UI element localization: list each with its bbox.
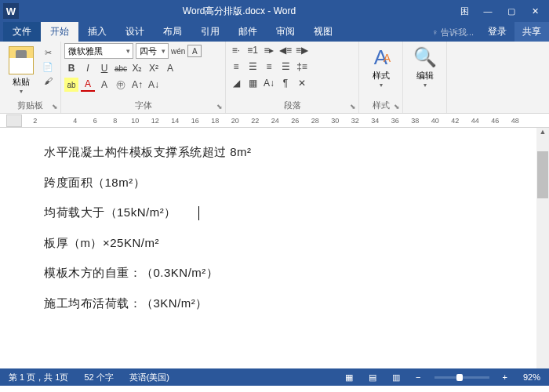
horizontal-ruler[interactable]: 2468101214161820222426283032343638404244… xyxy=(0,114,549,128)
borders-button[interactable]: ▦ xyxy=(245,76,260,90)
styles-button[interactable]: AA xyxy=(368,45,394,70)
sort-button[interactable]: A↓ xyxy=(262,76,276,90)
grow-font-button[interactable]: A↑ xyxy=(130,78,144,92)
tab-file[interactable]: 文件 xyxy=(3,22,41,42)
login-button[interactable]: 登录 xyxy=(480,22,514,42)
document-area[interactable]: 水平混凝土构件模板支撑系统超过 8m² 跨度面积（18m²） 均荷载大于（15k… xyxy=(0,128,549,368)
shrink-font-button[interactable]: A↓ xyxy=(147,78,161,92)
highlight-button[interactable]: ab xyxy=(64,78,78,92)
font-dialog-icon[interactable]: ⬊ xyxy=(216,103,223,111)
paragraph[interactable]: 板厚（m）×25KN/m² xyxy=(44,234,505,252)
ribbon: 粘贴 ▾ ✂ 📄 🖌 剪贴板 ⬊ 微软雅黑 四号 wén A B I U abc… xyxy=(0,42,549,114)
page-indicator[interactable]: 第 1 页，共 1页 xyxy=(6,372,71,383)
font-name-select[interactable]: 微软雅黑 xyxy=(64,43,133,59)
scroll-thumb[interactable] xyxy=(537,151,548,198)
shading-button[interactable]: ◢ xyxy=(229,76,243,90)
tab-view[interactable]: 视图 xyxy=(304,22,342,42)
zoom-out-button[interactable]: − xyxy=(413,372,423,382)
justify-button[interactable]: ☰ xyxy=(278,60,293,74)
paragraph[interactable]: 模板木方的自重：（0.3KN/m²） xyxy=(44,264,505,282)
status-bar: 第 1 页，共 1页 52 个字 英语(美国) ▦ ▤ ▥ − + 92% xyxy=(0,368,549,386)
text-cursor xyxy=(198,206,199,220)
superscript-button[interactable]: X² xyxy=(147,61,161,75)
increase-indent-button[interactable]: ≡▶ xyxy=(295,43,309,57)
zoom-in-button[interactable]: + xyxy=(500,372,510,382)
phonetic-guide-button[interactable]: wén xyxy=(171,44,185,58)
paste-button[interactable]: 粘贴 ▾ xyxy=(3,43,38,95)
document-title: Word高分排版.docx - Word xyxy=(25,5,453,18)
title-bar: W Word高分排版.docx - Word 困 — ▢ ✕ xyxy=(0,0,549,22)
vertical-scrollbar[interactable]: ▲ xyxy=(536,128,549,368)
tab-mailings[interactable]: 邮件 xyxy=(229,22,267,42)
italic-button[interactable]: I xyxy=(81,61,95,75)
word-icon: W xyxy=(3,3,19,19)
styles-dialog-icon[interactable]: ⬊ xyxy=(394,103,400,111)
paragraph-dialog-icon[interactable]: ⬊ xyxy=(350,103,356,111)
language-indicator[interactable]: 英语(美国) xyxy=(127,372,172,383)
align-center-button[interactable]: ☰ xyxy=(245,60,260,74)
maximize-button[interactable]: ▢ xyxy=(500,3,522,19)
show-marks-button[interactable]: ¶ xyxy=(278,76,293,90)
multilevel-button[interactable]: ≡▸ xyxy=(262,43,276,57)
font-group: 微软雅黑 四号 wén A B I U abc X₂ X² A ab A A ㊥… xyxy=(61,42,226,113)
ruler-corner xyxy=(6,114,22,127)
group-label: 段落 xyxy=(226,100,358,111)
paste-icon xyxy=(9,46,34,74)
paragraph[interactable]: 施工均布活荷载：（3KN/m²） xyxy=(44,295,505,313)
tell-me-input[interactable]: ♀ 告诉我... xyxy=(426,24,480,42)
asian-layout-button[interactable]: ✕ xyxy=(295,76,309,90)
numbering-button[interactable]: ≡1 xyxy=(245,43,260,57)
ribbon-options-icon[interactable]: 困 xyxy=(453,3,475,19)
bold-button[interactable]: B xyxy=(64,61,78,75)
zoom-level[interactable]: 92% xyxy=(521,372,543,382)
font-size-select[interactable]: 四号 xyxy=(136,43,169,59)
tab-design[interactable]: 设计 xyxy=(116,22,154,42)
tab-references[interactable]: 引用 xyxy=(191,22,229,42)
close-button[interactable]: ✕ xyxy=(524,3,546,19)
line-spacing-button[interactable]: ‡≡ xyxy=(295,60,309,74)
bullets-button[interactable]: ≡· xyxy=(229,43,243,57)
ribbon-tabs: 文件 开始 插入 设计 布局 引用 邮件 审阅 视图 ♀ 告诉我... 登录 共… xyxy=(0,22,549,42)
text-effects-button[interactable]: A xyxy=(163,61,177,75)
format-painter-button[interactable]: 🖌 xyxy=(40,74,56,87)
clipboard-dialog-icon[interactable]: ⬊ xyxy=(52,103,58,111)
window-controls: 困 — ▢ ✕ xyxy=(453,3,546,19)
print-layout-icon[interactable]: ▤ xyxy=(366,372,379,383)
paragraph[interactable]: 跨度面积（18m²） xyxy=(44,174,505,192)
word-count[interactable]: 52 个字 xyxy=(82,372,115,383)
tab-review[interactable]: 审阅 xyxy=(267,22,304,42)
editing-group: 🔍 编辑 ▾ xyxy=(403,42,447,113)
find-button[interactable]: 🔍 xyxy=(412,45,438,70)
scroll-up-icon[interactable]: ▲ xyxy=(536,128,549,139)
align-right-button[interactable]: ≡ xyxy=(262,60,276,74)
share-button[interactable]: 共享 xyxy=(514,22,549,42)
copy-button[interactable]: 📄 xyxy=(40,60,56,73)
font-color-button[interactable]: A xyxy=(81,78,95,92)
cut-button[interactable]: ✂ xyxy=(40,46,56,59)
tab-insert[interactable]: 插入 xyxy=(78,22,116,42)
clipboard-group: 粘贴 ▾ ✂ 📄 🖌 剪贴板 ⬊ xyxy=(0,42,61,113)
minimize-button[interactable]: — xyxy=(477,3,499,19)
subscript-button[interactable]: X₂ xyxy=(130,61,144,75)
paragraph[interactable]: 均荷载大于（15kN/m²） xyxy=(44,204,505,222)
group-label: 字体 xyxy=(61,100,225,111)
underline-button[interactable]: U xyxy=(97,61,111,75)
char-border-button[interactable]: A xyxy=(187,45,202,57)
enclose-char-button[interactable]: ㊥ xyxy=(114,78,128,92)
web-layout-icon[interactable]: ▥ xyxy=(390,372,402,383)
decrease-indent-button[interactable]: ◀≡ xyxy=(278,43,293,57)
styles-group: AA 样式 ▾ 样式 ⬊ xyxy=(359,42,403,113)
tab-home[interactable]: 开始 xyxy=(41,22,78,42)
tab-layout[interactable]: 布局 xyxy=(154,22,191,42)
zoom-slider[interactable] xyxy=(434,376,489,379)
char-shading-button[interactable]: A xyxy=(97,78,111,92)
align-left-button[interactable]: ≡ xyxy=(229,60,243,74)
paragraph[interactable]: 水平混凝土构件模板支撑系统超过 8m² xyxy=(44,143,505,162)
strike-button[interactable]: abc xyxy=(114,61,128,75)
read-mode-icon[interactable]: ▦ xyxy=(343,372,355,383)
paragraph-group: ≡· ≡1 ≡▸ ◀≡ ≡▶ ≡ ☰ ≡ ☰ ‡≡ ◢ ▦ A↓ ¶ ✕ 段落 … xyxy=(226,42,359,113)
